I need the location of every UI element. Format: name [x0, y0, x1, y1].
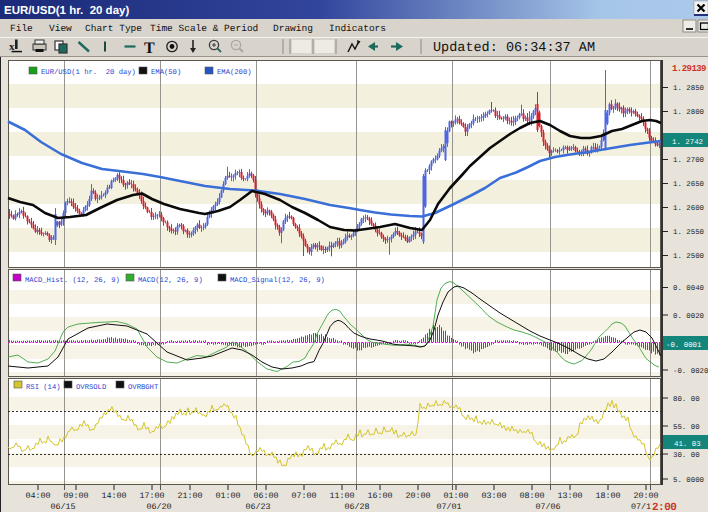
svg-text:File: File [10, 23, 33, 34]
svg-text:21:00: 21:00 [177, 491, 202, 501]
svg-text:1. 2850: 1. 2850 [673, 85, 704, 93]
svg-text:-0. 0020: -0. 0020 [673, 368, 708, 376]
svg-text:04:00: 04:00 [25, 491, 50, 501]
svg-text:07/06: 07/06 [535, 502, 560, 512]
svg-text:11:00: 11:00 [329, 491, 354, 501]
svg-text:06/23: 06/23 [245, 502, 270, 512]
svg-text:14:00: 14:00 [101, 491, 126, 501]
svg-text:Time Scale & Period: Time Scale & Period [150, 23, 258, 34]
svg-text:5. 0000: 5. 0000 [673, 477, 704, 485]
svg-text:0. 0020: 0. 0020 [673, 313, 704, 321]
svg-text:MACD_Hist. (12, 26, 9): MACD_Hist. (12, 26, 9) [25, 276, 120, 285]
svg-text:80. 00: 80. 00 [673, 396, 700, 404]
svg-text:MACD(12, 26, 9): MACD(12, 26, 9) [138, 276, 203, 285]
svg-text:1. 2500: 1. 2500 [673, 253, 704, 261]
svg-text:30. 00: 30. 00 [673, 452, 700, 460]
svg-text:1.29139: 1.29139 [672, 64, 706, 74]
svg-text:16:00: 16:00 [367, 491, 392, 501]
svg-text:EMA(200): EMA(200) [217, 68, 252, 77]
svg-text:06/28: 06/28 [344, 502, 369, 512]
svg-text:09:00: 09:00 [63, 491, 88, 501]
svg-text:07:00: 07:00 [291, 491, 316, 501]
svg-text:Indicators: Indicators [329, 23, 386, 34]
svg-text:OVRSOLD: OVRSOLD [76, 384, 106, 392]
svg-text:1. 2550: 1. 2550 [673, 229, 704, 237]
svg-text:0. 0040: 0. 0040 [673, 285, 704, 293]
svg-text:41. 03: 41. 03 [674, 441, 701, 449]
svg-text:20:00: 20:00 [405, 491, 430, 501]
svg-text:01:00: 01:00 [443, 491, 468, 501]
svg-text:View: View [49, 23, 72, 34]
svg-text:03:00: 03:00 [481, 491, 506, 501]
svg-text:55. 00: 55. 00 [673, 424, 700, 432]
svg-text:07/1: 07/1 [631, 502, 651, 512]
svg-text:07/01: 07/01 [436, 502, 461, 512]
svg-text:13:00: 13:00 [557, 491, 582, 501]
svg-text:Updated: 06:34:37 AM: Updated: 06:34:37 AM [433, 41, 595, 56]
svg-text:Chart Type: Chart Type [85, 23, 142, 34]
svg-text:1. 2650: 1. 2650 [673, 181, 704, 189]
svg-text:EMA(50): EMA(50) [151, 68, 181, 77]
svg-text:MACD_Signal(12, 26, 9): MACD_Signal(12, 26, 9) [230, 276, 325, 285]
svg-text:01:00: 01:00 [215, 491, 240, 501]
svg-text:17:00: 17:00 [139, 491, 164, 501]
svg-text:1. 2700: 1. 2700 [673, 157, 704, 165]
svg-text:06/15: 06/15 [50, 502, 75, 512]
svg-text:08:00: 08:00 [519, 491, 544, 501]
svg-text:06/20: 06/20 [146, 502, 171, 512]
svg-text:EUR/USD(1 hr. 20 day): EUR/USD(1 hr. 20 day) [4, 5, 129, 17]
svg-text:1. 2600: 1. 2600 [673, 205, 704, 213]
svg-text:Drawing: Drawing [273, 23, 313, 34]
svg-text:x: x [9, 41, 15, 53]
svg-text:OVRBGHT: OVRBGHT [128, 384, 159, 392]
svg-text:1. 2800: 1. 2800 [673, 109, 704, 117]
svg-text:T: T [144, 40, 155, 57]
svg-text:18:00: 18:00 [595, 491, 620, 501]
svg-text:EUR/USD(1 hr. 20 day): EUR/USD(1 hr. 20 day) [41, 68, 136, 77]
svg-text:RSI (14): RSI (14) [26, 383, 61, 392]
svg-text:2:00: 2:00 [652, 502, 676, 512]
svg-text:1. 2742: 1. 2742 [672, 139, 703, 147]
svg-text:06:00: 06:00 [253, 491, 278, 501]
svg-text:20:00: 20:00 [633, 491, 658, 501]
svg-text:-0. 0001: -0. 0001 [666, 342, 702, 350]
